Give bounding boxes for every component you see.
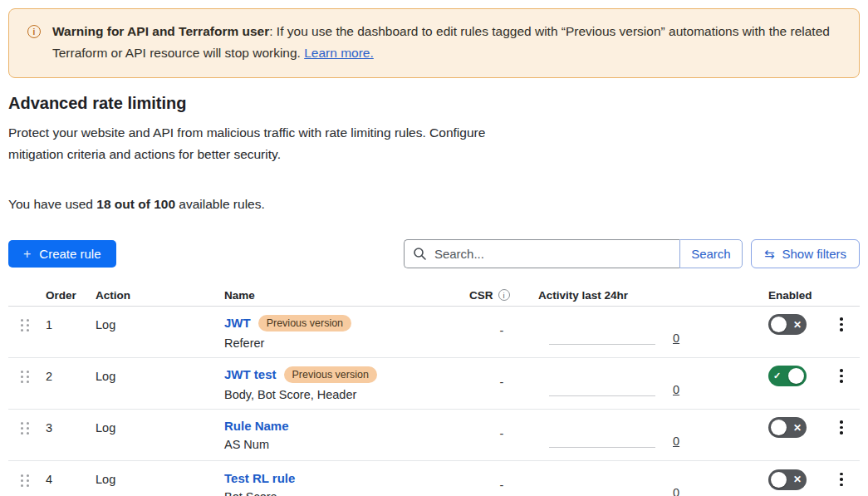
csr-value: - (465, 427, 534, 440)
rules-table-body: 1 Log JWT Previous version Referer - 0 ✓… (8, 307, 860, 496)
table-row: 4 Log Test RL rule Bot Score - 0 ✓ ✕ (8, 461, 860, 496)
name-cell: JWT Previous version Referer (220, 315, 465, 350)
header-csr-label: CSR (469, 289, 493, 302)
kebab-menu-icon[interactable] (837, 470, 846, 489)
rule-name-link[interactable]: JWT (224, 316, 251, 330)
activity-count-link[interactable]: 0 (673, 331, 679, 345)
create-rule-label: Create rule (39, 247, 101, 261)
name-line: Test RL rule (224, 471, 465, 485)
action-value: Log (91, 473, 220, 486)
activity-cell: 0 (534, 429, 764, 442)
activity-sparkline (549, 344, 655, 345)
name-line: JWT test Previous version (224, 366, 465, 383)
header-enabled: Enabled (764, 289, 826, 302)
drag-handle[interactable] (18, 472, 32, 489)
toggle-knob (788, 368, 804, 384)
usage-count: 18 out of 100 (96, 197, 175, 211)
rule-name-link[interactable]: Rule Name (224, 419, 289, 433)
name-cell: Rule Name AS Num (220, 419, 465, 451)
table-header-row: Order Action Name CSR i Activity last 24… (8, 284, 860, 307)
csr-value: - (465, 479, 534, 492)
toggle-knob (771, 420, 787, 435)
search-button[interactable]: Search (679, 239, 743, 268)
create-rule-button[interactable]: + Create rule (8, 240, 116, 268)
enabled-toggle[interactable]: ✓ ✕ (768, 366, 807, 386)
header-activity: Activity last 24hr (534, 289, 764, 302)
table-row: 2 Log JWT test Previous version Body, Bo… (8, 358, 860, 410)
toggle-cross-icon: ✕ (791, 422, 804, 434)
kebab-menu-icon[interactable] (837, 418, 846, 437)
drag-handle-cell (8, 420, 42, 437)
learn-more-link[interactable]: Learn more. (304, 46, 374, 60)
kebab-cell (826, 470, 860, 489)
toolbar: + Create rule Search ⇆ Show filters (8, 239, 860, 268)
kebab-cell (826, 366, 860, 386)
header-action: Action (91, 289, 220, 302)
drag-handle[interactable] (18, 420, 32, 437)
csr-info-icon[interactable]: i (498, 289, 510, 301)
enabled-cell: ✓ ✕ (764, 366, 826, 386)
search-input[interactable] (404, 239, 679, 268)
order-value: 3 (42, 421, 91, 435)
drag-handle[interactable] (18, 368, 32, 386)
drag-handle-cell (8, 472, 42, 489)
activity-count-link[interactable]: 0 (673, 486, 679, 496)
warning-banner-text: Warning for API and Terraform user: If y… (52, 21, 841, 64)
kebab-menu-icon[interactable] (837, 366, 846, 386)
toggle-cross-icon: ✕ (791, 319, 804, 331)
plus-icon: + (23, 247, 31, 262)
enabled-cell: ✓ ✕ (764, 314, 826, 335)
activity-cell: 0 (534, 480, 764, 494)
header-name: Name (220, 289, 465, 302)
warning-banner: i Warning for API and Terraform user: If… (8, 8, 860, 78)
enabled-cell: ✓ ✕ (764, 469, 826, 490)
advanced-rate-limiting-page: i Warning for API and Terraform user: If… (0, 0, 868, 496)
search-box (404, 239, 679, 268)
drag-handle-cell (8, 368, 42, 386)
activity-cell: 0 (534, 377, 764, 390)
name-line: Rule Name (224, 419, 465, 433)
show-filters-button[interactable]: ⇆ Show filters (751, 239, 860, 268)
action-value: Log (91, 421, 220, 435)
toggle-knob (771, 317, 787, 332)
activity-count-link[interactable]: 0 (673, 435, 679, 448)
table-row: 3 Log Rule Name AS Num - 0 ✓ ✕ (8, 410, 860, 461)
activity-cell: 0 (534, 326, 764, 339)
previous-version-badge: Previous version (284, 366, 377, 383)
action-value: Log (91, 370, 220, 383)
usage-prefix: You have used (8, 197, 96, 211)
csr-value: - (465, 376, 534, 389)
rule-criteria: Body, Bot Score, Header (224, 388, 465, 401)
csr-value: - (465, 324, 534, 337)
rule-name-link[interactable]: Test RL rule (224, 471, 295, 485)
drag-handle[interactable] (18, 317, 32, 334)
warning-banner-title: Warning for API and Terraform user (52, 24, 269, 38)
search-area: Search ⇆ Show filters (404, 239, 860, 268)
rule-name-link[interactable]: JWT test (224, 367, 277, 381)
action-value: Log (91, 318, 220, 331)
page-description: Protect your website and API from malici… (8, 122, 533, 165)
enabled-toggle[interactable]: ✓ ✕ (768, 469, 807, 490)
rule-criteria: AS Num (224, 438, 465, 451)
order-value: 2 (42, 370, 91, 383)
toggle-check-icon: ✓ (771, 371, 783, 381)
name-line: JWT Previous version (224, 315, 465, 331)
toggle-knob (771, 472, 787, 488)
page-title: Advanced rate limiting (8, 94, 860, 113)
usage-suffix: available rules. (175, 197, 265, 211)
kebab-cell (826, 315, 860, 334)
name-cell: Test RL rule Bot Score (220, 471, 465, 496)
header-order: Order (42, 289, 91, 302)
kebab-cell (826, 418, 860, 437)
rule-criteria: Referer (224, 336, 465, 350)
table-row: 1 Log JWT Previous version Referer - 0 ✓… (8, 307, 860, 358)
activity-sparkline (549, 447, 655, 448)
kebab-menu-icon[interactable] (837, 315, 846, 334)
order-value: 1 (42, 318, 91, 331)
enabled-toggle[interactable]: ✓ ✕ (768, 314, 807, 335)
enabled-cell: ✓ ✕ (764, 417, 826, 438)
activity-count-link[interactable]: 0 (673, 383, 679, 396)
show-filters-label: Show filters (782, 247, 846, 261)
enabled-toggle[interactable]: ✓ ✕ (768, 417, 807, 438)
order-value: 4 (42, 473, 91, 486)
